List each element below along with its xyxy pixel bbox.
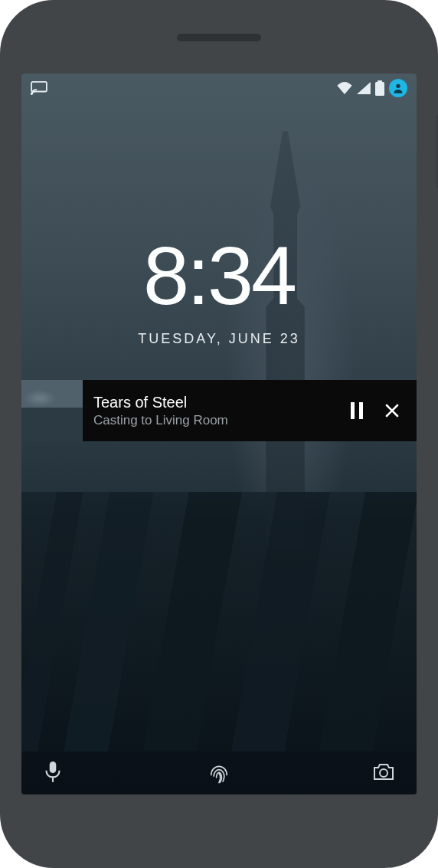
clock-block: 8:34 TUESDAY, JUNE 23: [21, 234, 417, 347]
status-bar: [21, 74, 417, 103]
svg-rect-2: [378, 80, 382, 82]
media-notification[interactable]: Tears of Steel Casting to Living Room: [21, 380, 417, 441]
media-title: Tears of Steel: [93, 393, 338, 411]
close-icon: [384, 403, 400, 418]
clock-date: TUESDAY, JUNE 23: [21, 331, 417, 347]
wifi-icon: [337, 82, 352, 94]
fingerprint-icon[interactable]: [206, 759, 232, 785]
close-button[interactable]: [384, 403, 400, 418]
profile-icon[interactable]: [389, 79, 407, 97]
battery-icon: [375, 80, 384, 96]
svg-rect-5: [351, 402, 355, 419]
cast-icon: [31, 81, 47, 95]
camera-icon[interactable]: [372, 762, 395, 782]
svg-rect-3: [375, 82, 384, 96]
device-frame: 8:34 TUESDAY, JUNE 23 Tears of Steel Cas…: [0, 0, 438, 868]
media-thumbnail: [21, 380, 83, 441]
svg-rect-6: [359, 402, 363, 419]
svg-point-8: [380, 769, 387, 777]
pause-button[interactable]: [349, 402, 364, 419]
device-speaker: [177, 34, 261, 41]
svg-point-1: [31, 93, 34, 95]
lock-screen[interactable]: 8:34 TUESDAY, JUNE 23 Tears of Steel Cas…: [21, 74, 417, 794]
pause-icon: [349, 402, 364, 419]
clock-time: 8:34: [21, 234, 417, 317]
svg-rect-7: [50, 762, 57, 773]
voice-assist-icon[interactable]: [43, 761, 63, 784]
lockscreen-shortcuts: [21, 761, 417, 784]
media-subtitle: Casting to Living Room: [93, 413, 338, 428]
media-text: Tears of Steel Casting to Living Room: [83, 393, 349, 428]
cell-signal-icon: [357, 82, 371, 94]
svg-point-4: [396, 84, 400, 88]
